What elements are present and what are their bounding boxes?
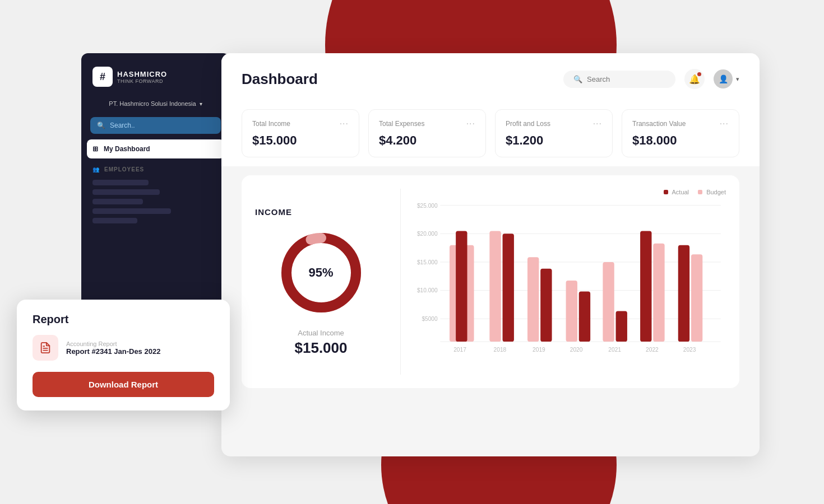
logo-text: HASHMICRO THINK FORWARD — [117, 70, 167, 84]
svg-rect-24 — [616, 311, 627, 342]
income-left: INCOME 95% Actual Income $15.000 — [255, 189, 401, 375]
stat-income-value: $15.000 — [252, 133, 297, 147]
svg-rect-17 — [489, 231, 501, 342]
chevron-down-icon: ▾ — [200, 101, 202, 107]
download-report-button[interactable]: Download Report — [33, 372, 214, 397]
sidebar-skeleton-5 — [92, 218, 137, 223]
notification-dot — [697, 72, 701, 76]
svg-text:$15.000: $15.000 — [417, 259, 438, 265]
notification-button[interactable]: 🔔 — [684, 69, 705, 89]
svg-rect-19 — [527, 257, 539, 342]
stat-transaction-label: Transaction Value — [632, 120, 686, 128]
sidebar-skeleton-1 — [92, 180, 149, 185]
report-card-title: Report — [33, 313, 214, 326]
svg-text:$10.000: $10.000 — [417, 287, 438, 293]
legend-actual: Actual — [664, 189, 689, 195]
search-icon: 🔍 — [97, 122, 105, 129]
document-icon — [39, 342, 52, 354]
report-item: Accounting Report Report #2341 Jan-Des 2… — [33, 335, 214, 361]
income-section: INCOME 95% Actual Income $15.000 — [242, 175, 739, 388]
logo-icon: # — [92, 67, 113, 87]
sidebar-skeleton-2 — [92, 189, 160, 195]
svg-rect-28 — [691, 254, 702, 342]
stat-transaction-value: $18.000 — [632, 133, 677, 147]
page-title: Dashboard — [242, 71, 318, 88]
sidebar-skeleton-3 — [92, 199, 143, 204]
svg-rect-22 — [579, 292, 590, 342]
actual-income-label: Actual Income — [298, 329, 344, 337]
stat-card-transaction: Transaction Value ··· $18.000 — [622, 109, 739, 157]
company-name: PT. Hashmicro Solusi Indonesia — [109, 100, 196, 107]
report-item-name: Report #2341 Jan-Des 2022 — [66, 347, 160, 356]
report-card: Report Accounting Report Report #2341 Ja… — [17, 300, 230, 410]
legend-actual-dot — [664, 190, 668, 194]
svg-text:$20.000: $20.000 — [417, 231, 438, 237]
stat-card-expenses: Total Expenses ··· $4.200 — [368, 109, 486, 157]
chart-legend: Actual Budget — [664, 189, 726, 195]
bar-chart-area: $25.000 $20.000 $15.000 $10.000 $5000 — [414, 200, 726, 375]
stat-profit-label: Profit and Loss — [506, 120, 550, 128]
svg-text:2018: 2018 — [494, 346, 507, 352]
avatar: 👤 — [714, 69, 733, 88]
svg-text:2023: 2023 — [683, 346, 696, 352]
stat-transaction-more[interactable]: ··· — [720, 119, 729, 129]
sidebar-item-label: My Dashboard — [104, 145, 150, 153]
report-icon-wrap — [33, 335, 58, 361]
svg-rect-27 — [678, 245, 689, 342]
svg-rect-26 — [653, 244, 664, 342]
sidebar-item-dashboard[interactable]: ⊞ My Dashboard — [87, 139, 224, 158]
main-panel: Dashboard 🔍 🔔 👤 ▾ Total Income ··· $15.0… — [221, 53, 760, 456]
sidebar-skeleton-4 — [92, 208, 171, 214]
dashboard-icon: ⊞ — [92, 145, 98, 153]
legend-budget: Budget — [698, 189, 726, 195]
header-right: 🔍 🔔 👤 ▾ — [563, 69, 739, 89]
search-icon: 🔍 — [573, 75, 582, 83]
svg-text:$25.000: $25.000 — [417, 202, 438, 208]
svg-rect-20 — [540, 269, 552, 342]
bar-chart-svg: $25.000 $20.000 $15.000 $10.000 $5000 — [414, 200, 726, 363]
stat-expenses-label: Total Expenses — [379, 120, 424, 128]
logo-name: HASHMICRO — [117, 70, 167, 78]
svg-text:2017: 2017 — [453, 346, 466, 352]
svg-text:2019: 2019 — [533, 346, 545, 352]
chevron-down-icon: ▾ — [736, 76, 739, 83]
stat-expenses-more[interactable]: ··· — [466, 119, 475, 129]
legend-budget-dot — [698, 190, 702, 194]
svg-text:$5000: $5000 — [422, 316, 437, 322]
sidebar-logo: # HASHMICRO THINK FORWARD — [81, 53, 230, 96]
svg-rect-16 — [456, 231, 467, 342]
svg-rect-25 — [640, 231, 651, 342]
stat-card-income: Total Income ··· $15.000 — [242, 109, 359, 157]
stat-income-label: Total Income — [252, 120, 290, 128]
sidebar-search[interactable]: 🔍 — [90, 117, 221, 134]
sidebar-company[interactable]: PT. Hashmicro Solusi Indonesia ▾ — [81, 96, 230, 111]
report-item-subtitle: Accounting Report — [66, 340, 160, 347]
stat-card-profit: Profit and Loss ··· $1.200 — [495, 109, 613, 157]
user-avatar-button[interactable]: 👤 ▾ — [714, 69, 739, 88]
svg-rect-21 — [566, 281, 577, 342]
stats-row: Total Income ··· $15.000 Total Expenses … — [221, 100, 760, 166]
stat-expenses-value: $4.200 — [379, 133, 416, 147]
svg-rect-23 — [603, 262, 614, 342]
svg-text:2020: 2020 — [570, 346, 583, 352]
search-input[interactable] — [587, 75, 665, 83]
actual-income-value: $15.000 — [295, 339, 348, 357]
svg-text:2022: 2022 — [646, 346, 659, 352]
donut-chart: 95% — [276, 228, 366, 318]
employees-label: EMPLOYEES — [104, 166, 144, 172]
svg-text:2021: 2021 — [608, 346, 621, 352]
stat-profit-value: $1.200 — [506, 133, 543, 147]
main-header: Dashboard 🔍 🔔 👤 ▾ — [221, 53, 760, 100]
search-box[interactable]: 🔍 — [563, 71, 675, 88]
stat-income-more[interactable]: ··· — [340, 119, 349, 129]
svg-rect-18 — [503, 234, 514, 342]
donut-percent: 95% — [308, 265, 333, 279]
income-right: Actual Budget $25.000 — [401, 189, 726, 375]
donut-center: 95% — [308, 265, 333, 280]
stat-profit-more[interactable]: ··· — [593, 119, 602, 129]
employees-section-label: 👥 EMPLOYEES — [81, 160, 230, 176]
income-title: INCOME — [255, 207, 292, 217]
sidebar-search-input[interactable] — [110, 122, 214, 129]
report-item-text: Accounting Report Report #2341 Jan-Des 2… — [66, 340, 160, 356]
employees-icon: 👥 — [92, 166, 100, 172]
